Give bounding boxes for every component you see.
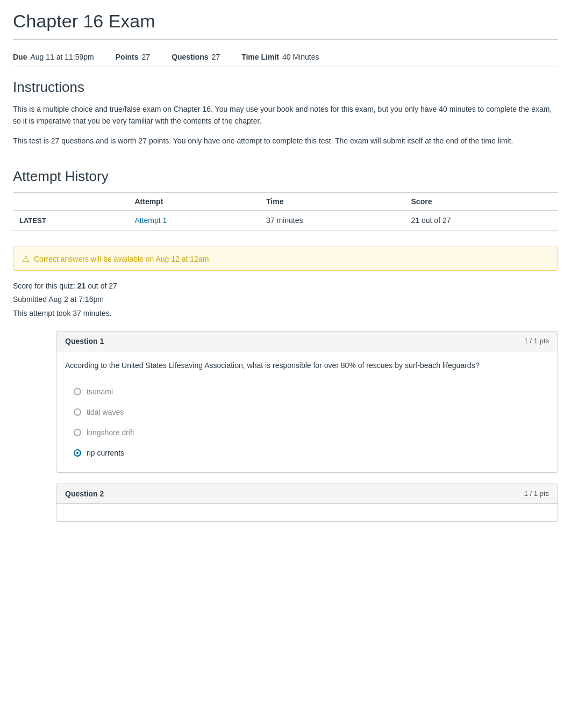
question-pts-1: 1 / 1 pts [524,337,549,345]
warning-icon: ⚠ [22,254,30,264]
attempt-table: Attempt Time Score LATEST Attempt 1 37 m… [13,192,558,230]
time-limit-meta: Time Limit 40 Minutes [241,53,319,61]
answer-option-1-2: tidal waves [65,402,549,422]
questions-meta: Questions 27 [172,53,220,61]
radio-circle [74,408,81,416]
option-label: rip currents [87,449,124,457]
col-header-time: Time [260,193,405,211]
table-row: LATEST Attempt 1 37 minutes 21 out of 27 [13,211,558,230]
points-label: Points [116,53,139,61]
correct-answers-alert: ⚠ Correct answers will be available on A… [13,247,558,271]
alert-text: Correct answers will be available on Aug… [34,255,211,263]
score-line-1: Score for this quiz: 21 out of 27 [13,279,558,293]
points-value: 27 [142,53,151,61]
question-pts-2: 1 / 1 pts [524,489,549,498]
question-block-2: Question 21 / 1 pts [56,484,558,522]
instructions-paragraph-2: This test is 27 questions and is worth 2… [13,135,558,147]
option-label: tsunami [87,387,113,396]
score-info: Score for this quiz: 21 out of 27 Submit… [13,279,558,320]
attempt-1-link[interactable]: Attempt 1 [134,216,167,225]
instructions-title: Instructions [13,79,558,96]
question-header-1: Question 11 / 1 pts [56,331,558,351]
attempt-history-section: Attempt History Attempt Time Score LATES… [13,168,558,230]
attempt-link-cell[interactable]: Attempt 1 [128,211,260,230]
points-meta: Points 27 [116,53,150,61]
due-meta: Due Aug 11 at 11:59pm [13,53,94,61]
score-line-2: Submitted Aug 2 at 7:16pm [13,293,558,306]
instructions-paragraph-1: This is a multiple choice and true/false… [13,103,558,127]
page-title: Chapter 16 Exam [13,11,558,40]
due-label: Due [13,53,27,61]
time-limit-value: 40 Minutes [282,53,319,61]
question-title-1: Question 1 [65,337,104,345]
question-title-2: Question 2 [65,489,104,498]
answer-option-1-1: tsunami [65,382,549,401]
answer-option-1-3: longshore drift [65,423,549,442]
time-limit-label: Time Limit [241,53,279,61]
score-line-3: This attempt took 37 minutes. [13,307,558,320]
radio-circle [74,449,81,457]
meta-bar: Due Aug 11 at 11:59pm Points 27 Question… [13,47,558,67]
attempt-time: 37 minutes [260,211,405,230]
col-header-score: Score [405,193,558,211]
question-body-2 [56,504,558,521]
questions-label: Questions [172,53,208,61]
radio-circle [74,429,81,436]
question-block-1: Question 11 / 1 ptsAccording to the Unit… [56,331,558,473]
option-label: longshore drift [87,428,134,437]
questions-container: Question 11 / 1 ptsAccording to the Unit… [13,331,558,522]
latest-label: LATEST [13,211,128,230]
radio-circle [74,388,81,395]
question-header-2: Question 21 / 1 pts [56,484,558,504]
question-body-1: According to the United States Lifesavin… [56,351,558,472]
question-text-1: According to the United States Lifesavin… [65,360,549,371]
questions-value: 27 [212,53,220,61]
attempt-score: 21 out of 27 [405,211,558,230]
due-value: Aug 11 at 11:59pm [30,53,94,61]
col-header-attempt: Attempt [128,193,260,211]
col-header-label [13,193,128,211]
option-label: tidal waves [87,408,124,416]
attempt-history-title: Attempt History [13,168,558,185]
answer-option-1-4: rip currents [65,443,549,463]
